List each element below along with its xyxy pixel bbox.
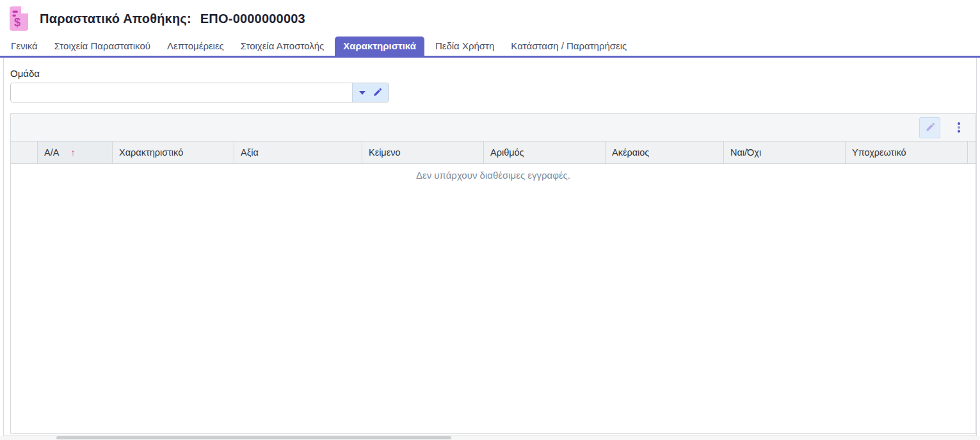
grid-header-ypoxreotiko[interactable]: Υποχρεωτικό bbox=[846, 142, 968, 163]
grid-header-spacer bbox=[968, 142, 976, 163]
characteristics-grid: A/A ↑ Χαρακτηριστικό Αξία Κείμενο Αριθμό… bbox=[10, 113, 976, 434]
horizontal-scrollbar-track[interactable] bbox=[0, 436, 980, 440]
grid-header-xaraktiristiko[interactable]: Χαρακτηριστικό bbox=[113, 142, 234, 163]
tab-xaraktiristika[interactable]: Χαρακτηριστικά bbox=[335, 37, 424, 56]
group-field-label: Ομάδα bbox=[10, 68, 40, 79]
page-title: Παραστατικό Αποθήκης:ΕΠΟ-0000000003 bbox=[40, 12, 305, 26]
chevron-down-icon[interactable] bbox=[359, 91, 365, 95]
grid-toolbar bbox=[11, 114, 976, 142]
tab-content-panel: Ομάδα A/A bbox=[3, 58, 977, 436]
grid-header-arithmos[interactable]: Αριθμός bbox=[484, 142, 606, 163]
tab-strip: Γενικά Στοιχεία Παραστατικού Λεπτομέρειε… bbox=[0, 37, 980, 58]
grid-header-keimeno[interactable]: Κείμενο bbox=[362, 142, 484, 163]
grid-body: Δεν υπάρχουν διαθέσιμες εγγραφές. bbox=[11, 164, 976, 433]
tab-katastasi-paratiriseis[interactable]: Κατάσταση / Παρατηρήσεις bbox=[505, 37, 632, 56]
horizontal-scrollbar-thumb[interactable] bbox=[56, 436, 451, 439]
page-title-label: Παραστατικό Αποθήκης: bbox=[40, 12, 191, 26]
grid-header-nai-oxi[interactable]: Ναι/Όχι bbox=[724, 142, 846, 163]
grid-header-row: A/A ↑ Χαρακτηριστικό Αξία Κείμενο Αριθμό… bbox=[11, 142, 976, 164]
group-combobox-buttons bbox=[352, 83, 389, 102]
grid-header-axia[interactable]: Αξία bbox=[234, 142, 362, 163]
grid-header-blank bbox=[11, 142, 38, 163]
edit-group-icon[interactable] bbox=[373, 88, 382, 97]
grid-edit-button[interactable] bbox=[919, 117, 940, 138]
tab-stoixeia-apostolis[interactable]: Στοιχεία Αποστολής bbox=[235, 37, 330, 56]
tab-pedia-xristi[interactable]: Πεδία Χρήστη bbox=[430, 37, 500, 56]
empty-records-message: Δεν υπάρχουν διαθέσιμες εγγραφές. bbox=[416, 170, 570, 181]
app-header: $ Παραστατικό Αποθήκης:ΕΠΟ-0000000003 bbox=[0, 0, 980, 37]
group-combobox bbox=[10, 83, 389, 102]
tab-stoixeia-parastatikou[interactable]: Στοιχεία Παραστατικού bbox=[49, 37, 156, 56]
sort-ascending-icon[interactable]: ↑ bbox=[70, 147, 75, 158]
column-label: A/A bbox=[44, 147, 59, 158]
grid-menu-kebab-icon[interactable] bbox=[955, 120, 963, 135]
invoice-document-icon: $ bbox=[8, 6, 28, 31]
tab-genika[interactable]: Γενικά bbox=[5, 37, 44, 56]
document-code: ΕΠΟ-0000000003 bbox=[200, 12, 305, 26]
pencil-icon bbox=[925, 122, 935, 133]
tab-leptomereies[interactable]: Λεπτομέρειες bbox=[161, 37, 230, 56]
grid-header-akeraios[interactable]: Ακέραιος bbox=[606, 142, 724, 163]
grid-header-aa[interactable]: A/A ↑ bbox=[38, 142, 113, 163]
svg-text:$: $ bbox=[14, 16, 20, 29]
group-input[interactable] bbox=[11, 83, 352, 102]
